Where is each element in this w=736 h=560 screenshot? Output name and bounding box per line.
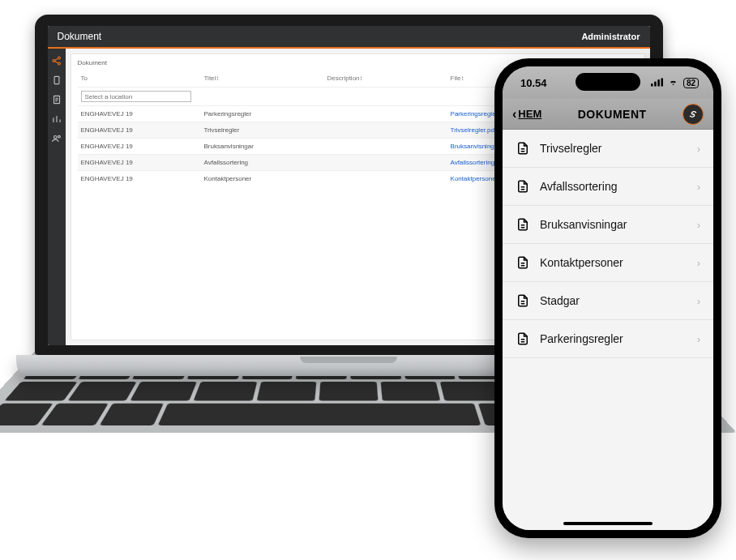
doc-label: Kontaktpersoner [540, 256, 687, 269]
status-time: 10.54 [520, 77, 547, 89]
file-icon [516, 179, 530, 194]
file-icon [516, 141, 530, 156]
battery-indicator: 82 [683, 78, 699, 88]
cell-desc [324, 106, 447, 122]
svg-rect-9 [657, 79, 660, 86]
nav-title: DOKUMENT [578, 108, 647, 121]
cell-desc [324, 122, 447, 139]
file-icon [516, 331, 530, 346]
svg-rect-8 [654, 81, 657, 86]
cell-title: Avfallssortering [201, 155, 324, 171]
list-item[interactable]: Avfallssortering › [503, 168, 713, 206]
user-role-label[interactable]: Administrator [581, 32, 640, 41]
doc-label: Trivselregler [540, 142, 687, 155]
col-title[interactable]: Titel↕ [201, 71, 324, 88]
cell-to: ENGHAVEVEJ 19 [78, 139, 201, 155]
svg-point-5 [53, 136, 57, 139]
list-item[interactable]: Trivselregler › [503, 130, 713, 168]
phone-mockup: 10.54 82 ‹ HEM DOKUMENT [494, 58, 721, 538]
cell-desc [324, 171, 447, 187]
app-logo[interactable] [683, 104, 704, 125]
chevron-right-icon: › [697, 257, 700, 269]
list-item[interactable]: Kontaktpersoner › [503, 244, 713, 282]
nav-chart-icon[interactable] [51, 113, 62, 125]
back-button[interactable]: ‹ HEM [512, 107, 541, 122]
list-item[interactable]: Stadgar › [503, 282, 713, 320]
dynamic-island [576, 73, 640, 91]
signal-icon [651, 78, 663, 88]
list-item[interactable]: Parkeringsregler › [503, 320, 713, 358]
cell-desc [324, 139, 447, 155]
phone-screen: 10.54 82 ‹ HEM DOKUMENT [503, 66, 713, 530]
chevron-right-icon: › [697, 181, 700, 193]
cell-title: Kontaktpersoner [201, 171, 324, 187]
chevron-right-icon: › [697, 143, 700, 155]
wifi-icon [667, 78, 679, 88]
doc-label: Stadgar [540, 294, 687, 307]
home-indicator [563, 522, 653, 525]
file-icon [516, 255, 530, 270]
doc-label: Bruksanvisningar [540, 218, 687, 231]
chevron-right-icon: › [697, 333, 700, 345]
chevron-right-icon: › [697, 219, 700, 231]
app-header: Dokument Administrator [48, 26, 650, 49]
col-description[interactable]: Description↕ [324, 71, 447, 88]
file-icon [516, 293, 530, 308]
svg-rect-10 [661, 78, 663, 86]
sidebar [48, 49, 66, 345]
location-filter-input[interactable] [81, 91, 192, 102]
cell-to: ENGHAVEVEJ 19 [78, 106, 201, 122]
svg-rect-7 [651, 83, 653, 86]
doc-label: Avfallssortering [540, 180, 687, 193]
cell-title: Trivselregler [201, 122, 324, 139]
svg-rect-3 [54, 76, 59, 83]
nav-device-icon[interactable] [51, 75, 62, 86]
cell-desc [324, 155, 447, 171]
nav-share-icon[interactable] [51, 55, 62, 66]
navbar: ‹ HEM DOKUMENT [503, 99, 713, 130]
cell-to: ENGHAVEVEJ 19 [78, 171, 201, 187]
cell-title: Bruksanvisningar [201, 139, 324, 155]
chevron-right-icon: › [697, 295, 700, 307]
list-item[interactable]: Bruksanvisningar › [503, 206, 713, 244]
documents-list: Trivselregler › Avfallssortering › Bruks… [503, 130, 713, 530]
file-icon [516, 217, 530, 232]
doc-label: Parkeringsregler [540, 332, 687, 345]
col-to[interactable]: To [78, 71, 201, 88]
nav-document-icon[interactable] [51, 94, 62, 105]
cell-to: ENGHAVEVEJ 19 [78, 122, 201, 139]
cell-to: ENGHAVEVEJ 19 [78, 155, 201, 171]
back-label: HEM [518, 108, 541, 120]
nav-users-icon[interactable] [51, 133, 62, 144]
page-title: Dokument [58, 31, 102, 42]
file-link[interactable]: Trivselregler.pdf [451, 126, 497, 134]
cell-title: Parkeringsregler [201, 106, 324, 122]
svg-point-6 [58, 135, 60, 138]
chevron-left-icon: ‹ [512, 107, 516, 122]
